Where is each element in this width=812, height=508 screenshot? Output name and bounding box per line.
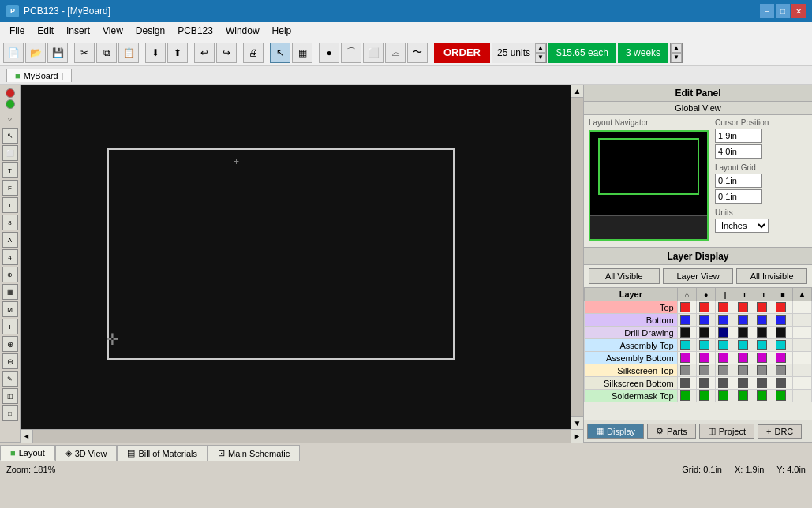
- select-tool-button[interactable]: ↖: [270, 43, 290, 63]
- silkbtm-swatch3[interactable]: [718, 378, 728, 388]
- top-swatch4[interactable]: [738, 302, 748, 312]
- asmtop-swatch3[interactable]: [718, 340, 728, 350]
- units-button[interactable]: 25 units: [492, 43, 535, 63]
- menu-insert[interactable]: Insert: [60, 24, 96, 38]
- weeks-button[interactable]: 3 weeks: [618, 43, 668, 63]
- scroll-left-button[interactable]: ◄: [21, 430, 33, 443]
- all-visible-button[interactable]: All Visible: [589, 268, 660, 284]
- silkbtm-swatch2[interactable]: [699, 378, 709, 388]
- tool-14[interactable]: ✎: [2, 371, 18, 387]
- soldertop-swatch6[interactable]: [776, 390, 786, 401]
- all-invisible-button[interactable]: All Invisible: [736, 268, 807, 284]
- parts-tab[interactable]: ⚙ Parts: [647, 424, 696, 439]
- zoom-plus-btn[interactable]: ⊕: [2, 336, 18, 352]
- silktop-swatch3[interactable]: [718, 365, 728, 375]
- tool-16[interactable]: □: [2, 405, 18, 421]
- btm-swatch1[interactable]: [680, 315, 690, 325]
- asmbottom-swatch1[interactable]: [680, 353, 690, 363]
- menu-window[interactable]: Window: [219, 24, 266, 38]
- silktop-swatch4[interactable]: [738, 365, 748, 375]
- soldertop-swatch1[interactable]: [680, 390, 690, 401]
- soldertop-swatch2[interactable]: [699, 390, 709, 401]
- close-button[interactable]: ✕: [791, 4, 806, 18]
- maximize-button[interactable]: □: [776, 4, 790, 18]
- btm-swatch3[interactable]: [718, 315, 728, 325]
- tool-11[interactable]: ▦: [2, 284, 18, 300]
- scroll-up-button[interactable]: ▲: [571, 85, 583, 98]
- drill-swatch4[interactable]: [738, 327, 748, 338]
- menu-help[interactable]: Help: [266, 24, 298, 38]
- bom-tab[interactable]: ▤ Bill of Materials: [117, 445, 208, 461]
- tool-7[interactable]: 8: [2, 215, 18, 230]
- drc-tab[interactable]: + DRC: [758, 424, 802, 439]
- tool-13[interactable]: I: [2, 319, 18, 334]
- units-select[interactable]: InchesMillimetersMils: [715, 219, 769, 233]
- menu-file[interactable]: File: [3, 24, 31, 38]
- top-swatch2[interactable]: [699, 302, 709, 312]
- asmtop-swatch6[interactable]: [776, 340, 786, 350]
- soldertop-swatch3[interactable]: [718, 390, 728, 401]
- scroll-down-button[interactable]: ▼: [571, 416, 583, 429]
- top-swatch3[interactable]: [718, 302, 728, 312]
- import-button[interactable]: ⬇: [145, 43, 166, 63]
- tool-5[interactable]: F: [2, 180, 18, 196]
- price-button[interactable]: $15.65 each: [548, 43, 616, 63]
- open-button[interactable]: 📂: [25, 43, 46, 63]
- silktop-swatch2[interactable]: [699, 365, 709, 375]
- asmbottom-swatch2[interactable]: [699, 353, 709, 363]
- silktop-swatch1[interactable]: [680, 365, 690, 375]
- tool-9[interactable]: 4: [2, 249, 18, 265]
- tool-3[interactable]: ⬜: [2, 145, 18, 161]
- menu-view[interactable]: View: [96, 24, 129, 38]
- zoom-minus-btn[interactable]: ⊖: [2, 353, 18, 369]
- drill-swatch5[interactable]: [757, 327, 767, 338]
- layer-table-scroll[interactable]: Layer ⌂ ● | T T ■ ▲: [584, 287, 812, 420]
- cursor-x-input[interactable]: [715, 129, 762, 143]
- tool-15[interactable]: ◫: [2, 388, 18, 404]
- scroll-right-button[interactable]: ►: [571, 430, 583, 443]
- soldertop-swatch5[interactable]: [757, 390, 767, 401]
- scroll-track-v[interactable]: [571, 98, 583, 416]
- top-swatch6[interactable]: [776, 302, 786, 312]
- save-button[interactable]: 💾: [47, 43, 68, 63]
- btm-swatch6[interactable]: [776, 315, 786, 325]
- layer-select-button[interactable]: ▦: [292, 43, 312, 63]
- silktop-swatch5[interactable]: [757, 365, 767, 375]
- drill-swatch3[interactable]: [718, 327, 728, 338]
- top-swatch1[interactable]: [680, 302, 690, 312]
- circle-button[interactable]: ●: [319, 43, 339, 63]
- print-button[interactable]: 🖨: [243, 43, 264, 63]
- layout-navigator-view[interactable]: [589, 130, 709, 241]
- arc1-button[interactable]: ⌒: [341, 43, 361, 63]
- btm-swatch5[interactable]: [757, 315, 767, 325]
- copy-button[interactable]: ⧉: [96, 43, 117, 63]
- tool-2[interactable]: ↖: [2, 128, 18, 144]
- asmbottom-swatch5[interactable]: [757, 353, 767, 363]
- paste-button[interactable]: 📋: [118, 43, 139, 63]
- cut-button[interactable]: ✂: [74, 43, 95, 63]
- tool-6[interactable]: 1: [2, 197, 18, 213]
- layout-tab[interactable]: ■ Layout: [0, 445, 55, 461]
- arc2-button[interactable]: ⌓: [385, 43, 406, 63]
- export-button[interactable]: ⬆: [167, 43, 188, 63]
- asmtop-swatch1[interactable]: [680, 340, 690, 350]
- asmtop-swatch5[interactable]: [757, 340, 767, 350]
- btm-swatch4[interactable]: [738, 315, 748, 325]
- soldertop-swatch4[interactable]: [738, 390, 748, 401]
- units-up-button[interactable]: ▲: [535, 43, 546, 53]
- cursor-y-input[interactable]: [715, 144, 762, 159]
- silkbtm-swatch4[interactable]: [738, 378, 748, 388]
- order-up-button[interactable]: ▲: [671, 43, 682, 53]
- menu-design[interactable]: Design: [129, 24, 171, 38]
- schematic-tab[interactable]: ⊡ Main Schematic: [208, 445, 300, 461]
- menu-edit[interactable]: Edit: [31, 24, 60, 38]
- display-tab[interactable]: ▦ Display: [587, 424, 644, 439]
- curve-button[interactable]: 〜: [407, 43, 428, 63]
- asmbottom-swatch4[interactable]: [738, 353, 748, 363]
- grid-y-input[interactable]: [715, 189, 762, 204]
- silkbtm-swatch6[interactable]: [776, 378, 786, 388]
- project-tab[interactable]: ◫ Project: [699, 424, 754, 439]
- top-swatch5[interactable]: [757, 302, 767, 312]
- asmbottom-swatch6[interactable]: [776, 353, 786, 363]
- tool-4[interactable]: T: [2, 162, 18, 178]
